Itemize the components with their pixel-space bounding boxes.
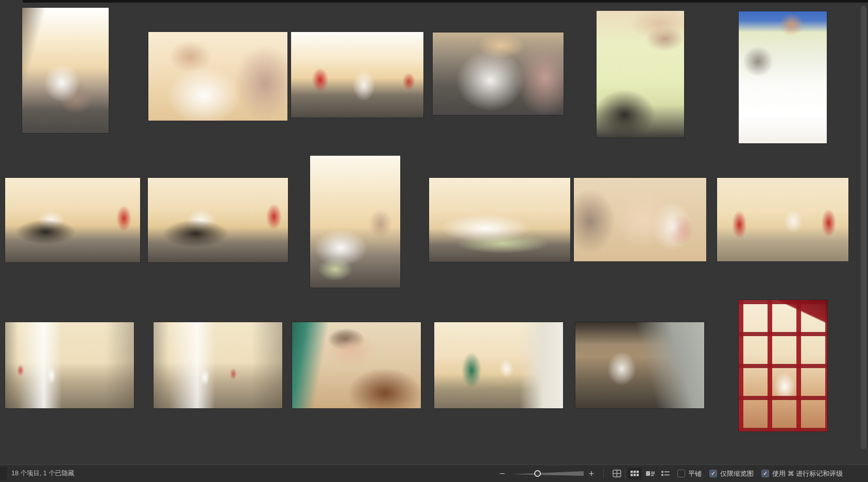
- photo-thumbnail[interactable]: [148, 32, 287, 121]
- thumbnail-grid-icon: [631, 470, 639, 477]
- photo-thumbnail[interactable]: [429, 178, 570, 262]
- photo-thumbnail[interactable]: [739, 11, 827, 143]
- checked-checkbox-icon[interactable]: ✓: [761, 470, 769, 477]
- statusbar-divider: [625, 469, 625, 478]
- thumbnail-details-icon: [646, 470, 655, 477]
- photo-thumbnail[interactable]: [22, 8, 109, 133]
- photo-thumbnail[interactable]: [574, 178, 706, 261]
- photo-thumbnail[interactable]: [717, 178, 848, 261]
- grid-outline-view-button[interactable]: [609, 468, 624, 479]
- photo-thumbnail[interactable]: [148, 178, 288, 262]
- photo-thumbnail[interactable]: [433, 32, 564, 115]
- thumbnail-grid-area: [0, 3, 868, 465]
- photo-browser-window: 18 个项目, 1 个已隐藏 − +: [0, 0, 868, 482]
- thumbnail-grid-view-button[interactable]: [627, 468, 642, 479]
- photo-thumbnail[interactable]: [597, 11, 684, 138]
- checkbox-label: 使用 ⌘ 进行标记和评级: [772, 469, 843, 478]
- list-view-icon: [661, 470, 670, 477]
- zoom-out-button[interactable]: −: [497, 465, 508, 482]
- photo-thumbnail[interactable]: [154, 322, 282, 408]
- vertical-scrollbar-thumb[interactable]: [861, 6, 866, 449]
- photo-thumbnail[interactable]: [5, 178, 140, 262]
- photo-thumbnail[interactable]: [434, 322, 563, 408]
- option-checkbox-2[interactable]: ✓仅限缩览图: [709, 469, 754, 478]
- list-view-button[interactable]: [658, 468, 673, 479]
- status-bar: 18 个项目, 1 个已隐藏 − +: [0, 464, 868, 482]
- checkbox-label: 仅限缩览图: [720, 469, 754, 478]
- item-count-status: 18 个项目, 1 个已隐藏: [11, 465, 74, 482]
- photo-thumbnail[interactable]: [310, 156, 400, 288]
- minus-icon: −: [497, 468, 508, 479]
- plus-icon: +: [586, 468, 597, 479]
- photo-thumbnail[interactable]: [5, 322, 134, 408]
- zoom-in-button[interactable]: +: [586, 465, 597, 482]
- slider-track: [512, 469, 584, 478]
- thumbnail-details-view-button[interactable]: [643, 468, 657, 479]
- unchecked-checkbox-icon[interactable]: [677, 470, 685, 477]
- grid-outline-icon: [612, 470, 621, 477]
- thumbnail-size-slider[interactable]: [512, 469, 584, 478]
- statusbar-divider: [603, 469, 604, 478]
- photo-thumbnail[interactable]: [575, 322, 704, 408]
- checkbox-label: 平铺: [688, 469, 702, 478]
- statusbar-options: 平铺✓仅限缩览图✓使用 ⌘ 进行标记和评级: [677, 465, 843, 482]
- photo-thumbnail[interactable]: [291, 32, 423, 118]
- option-checkbox-1[interactable]: 平铺: [677, 469, 702, 478]
- window-corner-box: [0, 467, 7, 480]
- photo-thumbnail[interactable]: [739, 300, 827, 431]
- checked-checkbox-icon[interactable]: ✓: [709, 470, 717, 477]
- option-checkbox-3[interactable]: ✓使用 ⌘ 进行标记和评级: [761, 469, 843, 478]
- photo-thumbnail[interactable]: [292, 322, 421, 408]
